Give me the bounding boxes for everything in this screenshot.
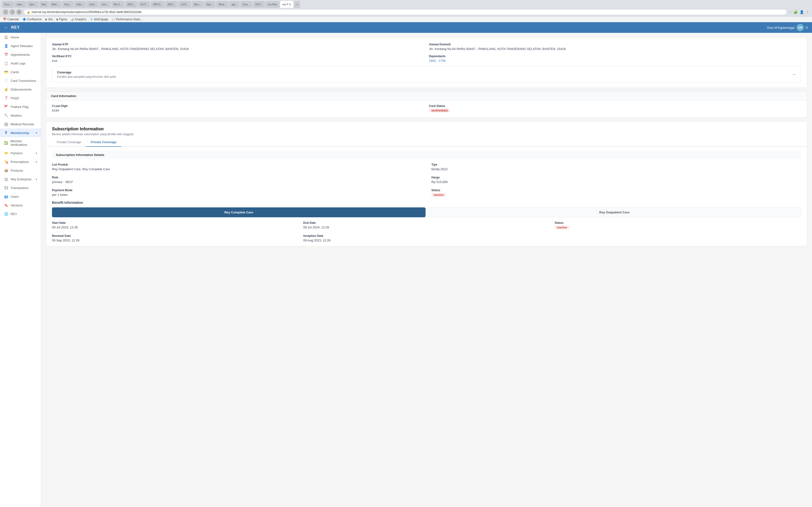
extensions-icon[interactable]: 🧩 [794, 10, 798, 14]
sidebar-item-card-transactions[interactable]: 📄 Card Transactions [0, 76, 41, 85]
sidebar-item-disbursements[interactable]: 💰 Disbursements [0, 85, 41, 94]
start-date-value: 09 Jul 2023, 12:26 [52, 225, 298, 229]
tab-rey-fx[interactable]: rey F X [280, 1, 293, 8]
subscription-header: Subscription Information Berikut adalah … [46, 122, 807, 138]
tab-mult[interactable]: Mult... [49, 1, 61, 8]
list-produk-label: List Produk [52, 163, 422, 166]
subscription-card: Subscription Information Berikut adalah … [46, 121, 807, 246]
tab-xen2[interactable]: Xen... [99, 1, 111, 8]
versions-icon: 🔖 [4, 203, 8, 207]
sidebar-item-membership[interactable]: 🎖 Membership ▾ [0, 128, 41, 137]
sidebar-item-users[interactable]: 👥 Users [0, 192, 41, 201]
tab-api[interactable]: api... [229, 1, 240, 8]
benefit-tab-complete-care[interactable]: Rey Complete Care [52, 207, 425, 217]
suspended-badge: SUSPENDED [429, 109, 450, 113]
tab-inbo[interactable]: Inbo... [74, 1, 86, 8]
bookmark-jira[interactable]: ◈ Jira [45, 18, 53, 21]
tab-goo2[interactable]: Goo... [240, 1, 252, 8]
tab-wee[interactable]: wee... [14, 1, 27, 8]
sidebar-item-member-verifications[interactable]: ✅ Member Verifications [0, 137, 41, 149]
bookmark-confluence[interactable]: 🔷 Confluence [22, 18, 42, 21]
app-topbar-left: ← REY [4, 25, 20, 30]
tab-wha[interactable]: Wha... [216, 1, 229, 8]
sidebar-item-audit-logs[interactable]: 📋 Audit Logs [0, 59, 41, 68]
sidebar-label-audit: Audit Logs [11, 62, 26, 65]
sidebar-item-appointments[interactable]: 📅 Appointments [0, 50, 41, 59]
bookmark-moengage[interactable]: 📧 MoEngage [90, 18, 108, 21]
bookmark-calendar[interactable]: 📅 Calendar [3, 18, 19, 21]
coverage-arrow-icon[interactable]: → [792, 72, 796, 77]
tab-spe[interactable]: Spe... [204, 1, 216, 8]
tab-until[interactable]: until... [87, 1, 99, 8]
browser-bar: ‹ › ↻ 🔒 internal.rey.id/memberships/subs… [0, 8, 812, 17]
benefit-tab-outpatient-care[interactable]: Rey Outpatient Care [427, 207, 801, 217]
end-date-label: End Date [303, 221, 550, 225]
sidebar-item-agent-telesales[interactable]: 👤 Agent Telesales [0, 42, 41, 50]
chevron-partners-icon: ▾ [36, 152, 37, 155]
sidebar-item-rey[interactable]: 🌐 REY [0, 210, 41, 218]
tab-1107[interactable]: 1107... [178, 1, 191, 8]
tab-out1[interactable]: OUT... [138, 1, 150, 8]
tab-private-coverage-2[interactable]: Private Coverage [86, 138, 121, 147]
refresh-button[interactable]: ↻ [16, 9, 22, 15]
sidebar-item-home[interactable]: 🏠 Home [0, 33, 41, 42]
tipe-value: family-2022 [432, 167, 801, 171]
logout-icon[interactable]: ⎋ [806, 25, 808, 30]
tab-bar: Goo... wee... Spri... Rey Mult... Xen...… [0, 0, 812, 8]
dependants-value[interactable]: 2800 , 2799 [429, 59, 801, 62]
tab-rc2[interactable]: [RC]... [165, 1, 177, 8]
tab-ben[interactable]: Ben... [192, 1, 203, 8]
tab-xen1[interactable]: Xen... [62, 1, 74, 8]
sub-section-header: Subscription Information Details [52, 151, 801, 159]
sidebar-item-products[interactable]: 📦 Products [0, 166, 41, 175]
sidebar-item-cards[interactable]: 💳 Cards [0, 68, 41, 76]
rey-globe-icon: 🌐 [4, 212, 8, 216]
tab-spri[interactable]: Spri... [27, 1, 39, 8]
menu-icon[interactable]: ⋮ [806, 10, 809, 14]
sidebar-label-rey: REY [11, 212, 17, 216]
sidebar-item-rey-enterprise[interactable]: 🏢 Rey Enterprise ▾ [0, 175, 41, 183]
bookmark-analytics[interactable]: 📊 Analytics [70, 18, 86, 21]
tab-goo[interactable]: Goo... [2, 1, 14, 8]
sidebar-item-versions[interactable]: 🔖 Versions [0, 201, 41, 210]
tab-rey1[interactable]: Rey [39, 1, 49, 8]
profile-icon[interactable]: 👤 [800, 10, 804, 14]
last-digit-label: 4 Last Digit [52, 104, 424, 108]
harga-label: Harga [432, 176, 801, 179]
benefit-status-badge: inactive [555, 225, 569, 229]
chevron-down-icon: ▾ [36, 131, 37, 134]
role-label: Role [52, 176, 422, 179]
last-digit-field: 4 Last Digit 6194 [52, 104, 424, 113]
medical-icon: 🏥 [4, 122, 8, 126]
tab-new[interactable]: + [294, 1, 300, 8]
sidebar-item-prescriptions[interactable]: 💊 Prescriptions ▾ [0, 157, 41, 166]
tab-private-coverage-1[interactable]: Private Coverage [52, 138, 86, 147]
sidebar-label-prescriptions: Prescriptions [11, 160, 29, 164]
address-ktp-label: Alamat KTP [52, 43, 424, 46]
chevron-prescriptions-icon: ▾ [36, 161, 37, 163]
products-icon: 📦 [4, 168, 8, 173]
back-button[interactable]: ‹ [3, 9, 8, 15]
address-domisili-label: Alamat Domisili [429, 43, 801, 46]
tab-myrey[interactable]: my Rey [266, 1, 280, 8]
bookmark-perf-dash[interactable]: 📈 Performance Dash... [112, 18, 143, 21]
sidebar-item-masters[interactable]: 🔧 Masters [0, 111, 41, 120]
star-icon[interactable]: ☆ [789, 10, 792, 14]
tab-myc[interactable]: My C... [111, 1, 125, 8]
address-bar[interactable]: 🔒 internal.rey.id/memberships/subscripti… [24, 9, 787, 15]
tab-rc1[interactable]: [RC]... [125, 1, 138, 8]
forward-button[interactable]: › [10, 9, 15, 15]
tab-out2[interactable]: OUT... [253, 1, 265, 8]
back-arrow-icon[interactable]: ← [4, 25, 8, 30]
tab-rey-bracket[interactable]: [REY]... [151, 1, 165, 8]
sidebar-item-transactions[interactable]: 💱 Transactions [0, 183, 41, 192]
sidebar-item-faqs[interactable]: ❓ FAQS [0, 94, 41, 102]
sidebar-label-medical: Medical Records [11, 122, 34, 126]
bookmark-figma[interactable]: ◈ Figma [56, 18, 67, 21]
lock-icon: 🔒 [27, 11, 30, 14]
sidebar-item-partners[interactable]: 🤝 Partners ▾ [0, 149, 41, 157]
sidebar-item-feature-flag[interactable]: 🚩 Feature Flag [0, 102, 41, 111]
address-info-card: Alamat KTP Jln. Kentang No.64 Rt/Rw 004/… [46, 38, 807, 88]
sidebar-item-medical-records[interactable]: 🏥 Medical Records [0, 120, 41, 128]
address-ktp-field: Alamat KTP Jln. Kentang No.64 Rt/Rw 004/… [52, 43, 424, 51]
